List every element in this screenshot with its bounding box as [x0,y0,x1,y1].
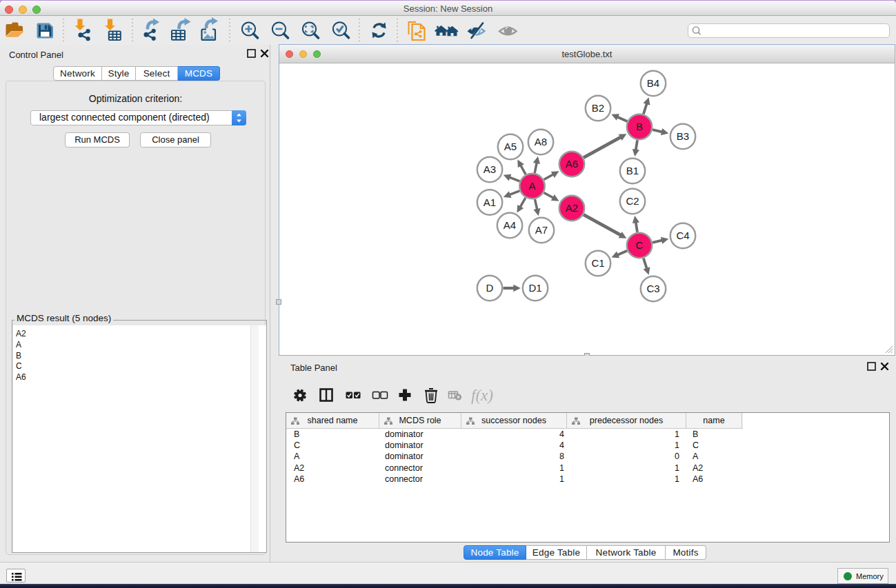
svg-text:A7: A7 [535,224,548,236]
svg-text:B3: B3 [677,130,689,142]
svg-text:A: A [528,180,535,192]
svg-text:B4: B4 [647,77,659,89]
svg-text:A6: A6 [566,158,578,170]
svg-text:A2: A2 [566,202,578,214]
svg-text:A8: A8 [535,136,547,148]
svg-text:C: C [636,239,644,251]
svg-text:D: D [486,282,494,294]
svg-text:B: B [636,121,643,132]
svg-text:C4: C4 [676,230,689,241]
svg-text:A1: A1 [484,196,496,208]
svg-text:B1: B1 [626,165,639,176]
svg-text:f(x): f(x) [471,387,493,404]
svg-text:A4: A4 [504,219,516,231]
svg-text:C2: C2 [626,195,639,207]
svg-text:C1: C1 [591,257,604,269]
svg-text:C3: C3 [646,283,659,294]
svg-text:D1: D1 [528,282,541,294]
svg-text:A5: A5 [504,141,517,152]
svg-text:B2: B2 [592,102,604,114]
svg-text:A3: A3 [484,163,496,175]
